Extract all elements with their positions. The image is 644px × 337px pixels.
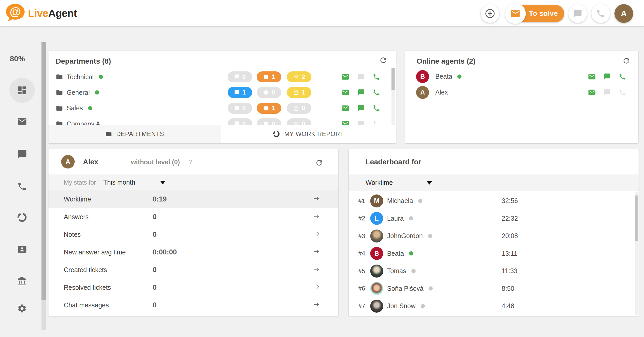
call-button[interactable] bbox=[372, 119, 381, 125]
worktime-value: 20:08 bbox=[502, 232, 518, 240]
to-solve-label-wrap[interactable]: To solve 7 bbox=[529, 5, 569, 22]
tickets-badge[interactable]: 0 bbox=[257, 87, 281, 98]
mails-badge[interactable]: 0 bbox=[287, 103, 311, 114]
agent-name-text: Beata bbox=[387, 250, 404, 257]
tickets-badge[interactable]: 1 bbox=[257, 103, 281, 114]
send-mail-button[interactable] bbox=[341, 88, 350, 97]
sidebar-item-dashboard[interactable] bbox=[16, 85, 28, 96]
chat-button[interactable] bbox=[357, 72, 366, 81]
agent-name-text: Laura bbox=[387, 215, 404, 222]
stat-row[interactable]: Resolved tickets 0 bbox=[48, 279, 338, 296]
stat-row[interactable]: Created tickets 0 bbox=[48, 261, 338, 279]
tab-departments[interactable]: DEPARTMENTS bbox=[48, 125, 221, 143]
sidebar-item-company[interactable] bbox=[16, 276, 28, 287]
phone-icon bbox=[373, 120, 380, 125]
arrow-right-icon[interactable] bbox=[312, 248, 320, 257]
agent-row[interactable]: A Alex bbox=[405, 84, 638, 100]
chevron-down-icon[interactable] bbox=[160, 181, 166, 184]
chats-badge[interactable]: 0 bbox=[228, 71, 252, 82]
mails-count: 2 bbox=[302, 73, 305, 80]
stat-row[interactable]: Worktime 0:19 bbox=[48, 190, 338, 208]
call-button[interactable] bbox=[372, 72, 381, 81]
agent-row[interactable]: B Beata bbox=[405, 69, 638, 84]
send-mail-button[interactable] bbox=[341, 104, 350, 113]
arrow-right-icon[interactable] bbox=[312, 283, 320, 292]
departments-scrollbar-track[interactable] bbox=[391, 68, 395, 125]
refresh-button[interactable] bbox=[622, 57, 631, 66]
chat-button[interactable] bbox=[603, 88, 612, 97]
stat-row[interactable]: Answers 0 bbox=[48, 208, 338, 226]
arrow-right-icon[interactable] bbox=[312, 265, 320, 274]
refresh-button[interactable] bbox=[315, 159, 323, 168]
refresh-icon bbox=[379, 56, 387, 64]
tickets-badge[interactable]: 0 bbox=[257, 118, 281, 125]
stat-row[interactable]: New answer avg time 0:00:00 bbox=[48, 243, 338, 261]
leaderboard-row[interactable]: #4 B Beata 13:11 bbox=[349, 245, 639, 262]
chats-badge[interactable]: 1 bbox=[228, 87, 252, 98]
tickets-badge[interactable]: 1 bbox=[257, 71, 281, 82]
arrow-right-icon[interactable] bbox=[312, 230, 320, 239]
user-avatar[interactable]: A bbox=[614, 4, 633, 23]
departments-scrollbar-thumb[interactable] bbox=[391, 68, 395, 90]
agent-avatar-initial: L bbox=[375, 215, 379, 222]
main-scrollbar-thumb[interactable] bbox=[41, 42, 46, 300]
contact-card-icon bbox=[17, 244, 27, 254]
leaderboard-scrollbar-thumb[interactable] bbox=[635, 196, 638, 241]
arrow-right-icon[interactable] bbox=[312, 301, 320, 309]
department-row[interactable]: Technical 0 1 2 bbox=[48, 69, 396, 85]
chats-badge[interactable]: 0 bbox=[228, 103, 252, 114]
leaderboard-scrollbar-track[interactable] bbox=[635, 192, 638, 315]
call-button[interactable] bbox=[372, 104, 381, 113]
mails-badge[interactable]: 1 bbox=[287, 87, 311, 98]
chat-button[interactable] bbox=[357, 119, 366, 125]
send-mail-button[interactable] bbox=[341, 72, 350, 81]
leaderboard-row[interactable]: #5 Tomas 11:33 bbox=[349, 262, 639, 280]
leaderboard-row[interactable]: #7 Jon Snow 4:48 bbox=[349, 297, 639, 315]
calls-header-button[interactable] bbox=[591, 4, 610, 23]
sidebar-item-tickets[interactable] bbox=[16, 116, 28, 127]
leaderboard-row[interactable]: #6 Soňa Pišová 8:50 bbox=[349, 280, 639, 298]
refresh-button[interactable] bbox=[379, 56, 387, 65]
department-row[interactable]: Sales 0 1 0 bbox=[48, 100, 396, 116]
chats-header-button[interactable] bbox=[568, 4, 587, 23]
tab-my-work-report[interactable]: MY WORK REPORT bbox=[221, 125, 396, 143]
sidebar-item-reports[interactable] bbox=[16, 212, 28, 223]
chats-count: 0 bbox=[242, 73, 246, 80]
leaderboard-row[interactable]: #1 M Michaela 32:56 bbox=[349, 192, 639, 210]
chevron-down-icon[interactable] bbox=[426, 181, 432, 185]
call-button[interactable] bbox=[618, 88, 627, 97]
metric-dropdown-value[interactable]: Worktime bbox=[366, 179, 393, 186]
folder-icon bbox=[105, 131, 112, 137]
department-row[interactable]: General 1 0 1 bbox=[48, 85, 396, 100]
mails-badge[interactable]: 0 bbox=[287, 118, 311, 125]
send-mail-button[interactable] bbox=[587, 88, 596, 97]
sidebar-item-settings[interactable] bbox=[16, 303, 28, 314]
department-row[interactable]: Company A 0 0 0 bbox=[48, 116, 396, 125]
mails-badge[interactable]: 2 bbox=[287, 71, 311, 82]
period-dropdown-value[interactable]: This month bbox=[103, 179, 135, 186]
sidebar-item-customers[interactable] bbox=[16, 244, 28, 255]
send-mail-button[interactable] bbox=[587, 72, 596, 81]
sidebar-item-calls[interactable] bbox=[16, 181, 28, 192]
stat-row[interactable]: Notes 0 bbox=[48, 226, 338, 243]
leaderboard-row[interactable]: #2 L Laura 22:32 bbox=[349, 210, 639, 227]
to-solve-mail-circle[interactable] bbox=[505, 3, 526, 24]
send-mail-button[interactable] bbox=[341, 119, 350, 125]
arrow-right-icon[interactable] bbox=[312, 212, 320, 221]
call-button[interactable] bbox=[372, 88, 381, 97]
chats-badge[interactable]: 0 bbox=[228, 118, 252, 125]
main-scrollbar-track[interactable] bbox=[41, 42, 46, 330]
stat-row[interactable]: Chat messages 0 bbox=[48, 296, 338, 314]
add-new-button[interactable] bbox=[481, 4, 499, 23]
arrow-right-icon[interactable] bbox=[312, 195, 320, 204]
help-question-mark[interactable]: ? bbox=[189, 158, 193, 166]
department-name: Company A bbox=[67, 120, 100, 125]
chat-button[interactable] bbox=[603, 72, 612, 81]
chat-button[interactable] bbox=[357, 104, 366, 113]
sidebar-item-chats[interactable] bbox=[16, 149, 28, 160]
liveagent-logo[interactable]: @ LiveAgent bbox=[5, 2, 77, 24]
to-solve-label: To solve bbox=[529, 9, 558, 18]
chat-button[interactable] bbox=[357, 88, 366, 97]
call-button[interactable] bbox=[618, 72, 627, 81]
leaderboard-row[interactable]: #3 JohnGordon 20:08 bbox=[349, 227, 639, 245]
